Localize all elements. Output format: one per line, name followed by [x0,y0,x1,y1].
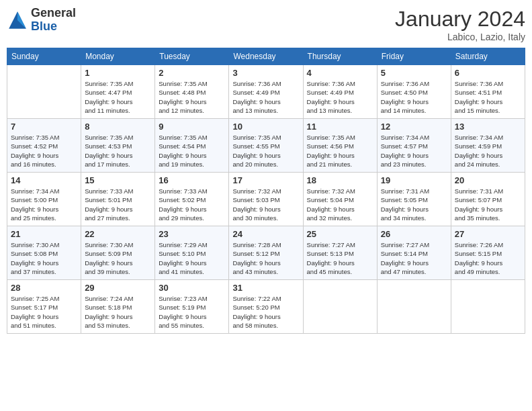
calendar-header-row: Sunday Monday Tuesday Wednesday Thursday… [7,48,525,65]
week-row-2: 7Sunrise: 7:35 AMSunset: 4:52 PMDaylight… [7,119,525,173]
day-number: 17 [232,175,299,185]
calendar-cell: 7Sunrise: 7:35 AMSunset: 4:52 PMDaylight… [7,119,81,173]
day-number: 18 [307,175,373,185]
day-info: Sunrise: 7:33 AMSunset: 5:01 PMDaylight:… [85,187,151,222]
calendar-cell: 8Sunrise: 7:35 AMSunset: 4:53 PMDaylight… [81,119,155,173]
day-number: 23 [159,229,225,239]
calendar-cell: 24Sunrise: 7:28 AMSunset: 5:12 PMDayligh… [229,226,303,280]
day-info: Sunrise: 7:30 AMSunset: 5:09 PMDaylight:… [85,240,151,276]
day-number: 7 [11,122,77,132]
calendar-table: Sunday Monday Tuesday Wednesday Thursday… [7,48,525,334]
day-number: 20 [455,175,521,185]
week-row-3: 14Sunrise: 7:34 AMSunset: 5:00 PMDayligh… [7,173,525,226]
calendar-cell: 30Sunrise: 7:23 AMSunset: 5:19 PMDayligh… [155,280,229,334]
calendar-cell: 5Sunrise: 7:36 AMSunset: 4:50 PMDaylight… [377,65,451,119]
day-info: Sunrise: 7:35 AMSunset: 4:54 PMDaylight:… [159,133,225,169]
logo-icon [7,9,28,31]
day-number: 3 [232,68,299,78]
calendar-cell [377,280,451,334]
day-info: Sunrise: 7:35 AMSunset: 4:52 PMDaylight:… [11,133,77,169]
day-number: 13 [455,122,521,132]
day-number: 6 [455,68,521,78]
day-number: 28 [11,283,77,293]
col-thursday: Thursday [303,48,377,65]
calendar-cell: 13Sunrise: 7:34 AMSunset: 4:59 PMDayligh… [451,119,525,173]
calendar-cell: 17Sunrise: 7:32 AMSunset: 5:03 PMDayligh… [229,173,303,226]
day-info: Sunrise: 7:30 AMSunset: 5:08 PMDaylight:… [11,240,77,276]
col-sunday: Sunday [7,48,81,65]
calendar-cell: 9Sunrise: 7:35 AMSunset: 4:54 PMDaylight… [155,119,229,173]
day-number: 26 [381,229,447,239]
day-info: Sunrise: 7:28 AMSunset: 5:12 PMDaylight:… [232,240,299,276]
day-info: Sunrise: 7:26 AMSunset: 5:15 PMDaylight:… [455,240,521,276]
day-info: Sunrise: 7:27 AMSunset: 5:13 PMDaylight:… [307,240,373,276]
col-tuesday: Tuesday [155,48,229,65]
title-block: January 2024 Labico, Lazio, Italy [395,7,525,42]
day-number: 31 [232,283,299,293]
col-wednesday: Wednesday [229,48,303,65]
day-info: Sunrise: 7:35 AMSunset: 4:48 PMDaylight:… [159,79,225,115]
day-number: 10 [232,122,299,132]
day-info: Sunrise: 7:36 AMSunset: 4:50 PMDaylight:… [381,79,447,115]
day-info: Sunrise: 7:23 AMSunset: 5:19 PMDaylight:… [159,294,225,330]
day-number: 9 [159,122,225,132]
calendar-cell: 26Sunrise: 7:27 AMSunset: 5:14 PMDayligh… [377,226,451,280]
day-number: 4 [307,68,373,78]
col-friday: Friday [377,48,451,65]
day-info: Sunrise: 7:31 AMSunset: 5:07 PMDaylight:… [455,187,521,222]
calendar-cell: 22Sunrise: 7:30 AMSunset: 5:09 PMDayligh… [81,226,155,280]
calendar-cell: 21Sunrise: 7:30 AMSunset: 5:08 PMDayligh… [7,226,81,280]
day-info: Sunrise: 7:27 AMSunset: 5:14 PMDaylight:… [381,240,447,276]
day-info: Sunrise: 7:31 AMSunset: 5:05 PMDaylight:… [381,187,447,222]
day-info: Sunrise: 7:35 AMSunset: 4:53 PMDaylight:… [85,133,151,169]
location: Labico, Lazio, Italy [395,32,525,42]
calendar-body: 1Sunrise: 7:35 AMSunset: 4:47 PMDaylight… [7,65,525,334]
day-info: Sunrise: 7:29 AMSunset: 5:10 PMDaylight:… [159,240,225,276]
day-info: Sunrise: 7:34 AMSunset: 4:59 PMDaylight:… [455,133,521,169]
logo-text: General Blue [31,7,76,34]
day-info: Sunrise: 7:36 AMSunset: 4:49 PMDaylight:… [307,79,373,115]
day-info: Sunrise: 7:33 AMSunset: 5:02 PMDaylight:… [159,187,225,222]
calendar-cell: 6Sunrise: 7:36 AMSunset: 4:51 PMDaylight… [451,65,525,119]
calendar-cell: 3Sunrise: 7:36 AMSunset: 4:49 PMDaylight… [229,65,303,119]
day-number: 25 [307,229,373,239]
day-number: 29 [85,283,151,293]
day-number: 22 [85,229,151,239]
calendar-cell: 25Sunrise: 7:27 AMSunset: 5:13 PMDayligh… [303,226,377,280]
calendar-cell: 12Sunrise: 7:34 AMSunset: 4:57 PMDayligh… [377,119,451,173]
day-number: 1 [85,68,151,78]
day-number: 19 [381,175,447,185]
col-monday: Monday [81,48,155,65]
calendar-cell [7,65,81,119]
day-number: 8 [85,122,151,132]
logo-blue: Blue [31,19,57,33]
day-number: 5 [381,68,447,78]
day-number: 27 [455,229,521,239]
day-number: 21 [11,229,77,239]
day-info: Sunrise: 7:25 AMSunset: 5:17 PMDaylight:… [11,294,77,330]
calendar-cell [303,280,377,334]
calendar-cell: 18Sunrise: 7:32 AMSunset: 5:04 PMDayligh… [303,173,377,226]
calendar-cell: 16Sunrise: 7:33 AMSunset: 5:02 PMDayligh… [155,173,229,226]
day-info: Sunrise: 7:32 AMSunset: 5:04 PMDaylight:… [307,187,373,222]
week-row-4: 21Sunrise: 7:30 AMSunset: 5:08 PMDayligh… [7,226,525,280]
day-number: 11 [307,122,373,132]
calendar-cell: 14Sunrise: 7:34 AMSunset: 5:00 PMDayligh… [7,173,81,226]
calendar-cell: 19Sunrise: 7:31 AMSunset: 5:05 PMDayligh… [377,173,451,226]
calendar-cell: 2Sunrise: 7:35 AMSunset: 4:48 PMDaylight… [155,65,229,119]
day-info: Sunrise: 7:24 AMSunset: 5:18 PMDaylight:… [85,294,151,330]
day-info: Sunrise: 7:34 AMSunset: 5:00 PMDaylight:… [11,187,77,222]
calendar-cell: 29Sunrise: 7:24 AMSunset: 5:18 PMDayligh… [81,280,155,334]
calendar-cell: 10Sunrise: 7:35 AMSunset: 4:55 PMDayligh… [229,119,303,173]
calendar-cell: 1Sunrise: 7:35 AMSunset: 4:47 PMDaylight… [81,65,155,119]
calendar-cell: 11Sunrise: 7:35 AMSunset: 4:56 PMDayligh… [303,119,377,173]
day-number: 24 [232,229,299,239]
logo: General Blue [7,7,76,34]
calendar-cell: 31Sunrise: 7:22 AMSunset: 5:20 PMDayligh… [229,280,303,334]
day-info: Sunrise: 7:36 AMSunset: 4:49 PMDaylight:… [232,79,299,115]
day-info: Sunrise: 7:32 AMSunset: 5:03 PMDaylight:… [232,187,299,222]
logo-general: General [31,6,76,19]
calendar-cell: 4Sunrise: 7:36 AMSunset: 4:49 PMDaylight… [303,65,377,119]
day-info: Sunrise: 7:35 AMSunset: 4:47 PMDaylight:… [85,79,151,115]
calendar-cell: 27Sunrise: 7:26 AMSunset: 5:15 PMDayligh… [451,226,525,280]
